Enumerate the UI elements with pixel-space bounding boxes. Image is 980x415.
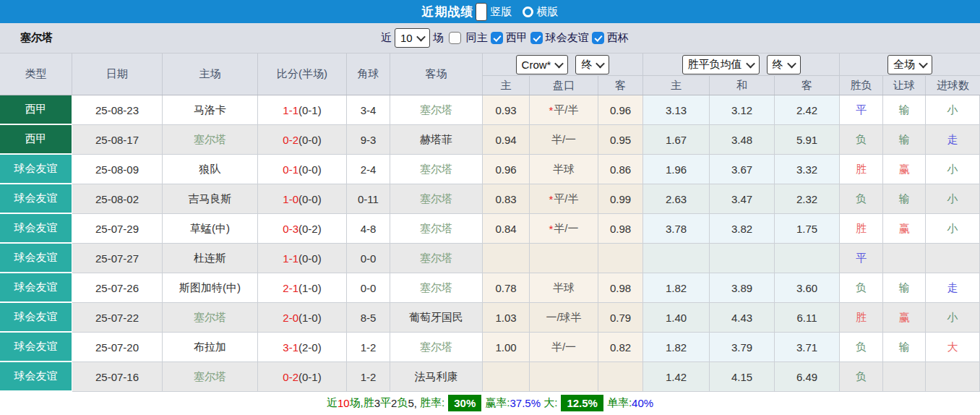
cell-corners: 0-0 <box>347 273 390 303</box>
cell-handicap-result: 赢 <box>883 155 926 184</box>
handicap-line-text: 一/球半 <box>546 311 581 325</box>
cell-away-team: 塞尔塔 <box>390 214 483 244</box>
cell-away-team: 赫塔菲 <box>390 125 483 155</box>
league-checkbox-copa[interactable] <box>592 32 604 44</box>
cell-competition: 球会友谊 <box>0 155 72 184</box>
bookmaker-select[interactable]: Crow* <box>516 55 569 74</box>
games-label: 场 <box>433 31 444 45</box>
cell-avg-away-odds: 3.60 <box>775 273 840 303</box>
cell-corners: 8-5 <box>347 303 390 333</box>
cell-corners: 0-11 <box>347 184 390 214</box>
cell-competition: 球会友谊 <box>0 333 72 362</box>
horizontal-layout-radio[interactable] <box>523 7 533 17</box>
footer-segment: 平 <box>380 396 391 410</box>
cell-handicap-result: 输 <box>883 273 926 303</box>
score-half: (0-1) <box>298 371 322 383</box>
table-body: 西甲25-08-23马洛卡1-1(0-1)3-4塞尔塔0.93*平/半0.963… <box>0 95 980 392</box>
handicap-line-text: 半球 <box>553 163 575 176</box>
cell-handicap-result: 输 <box>883 95 926 125</box>
cell-crow-home-odds: 0.96 <box>483 155 530 184</box>
stats-footer: 近10场,胜3平2负5, 胜率:30%赢率:37.5% 大:12.5%单率:40… <box>0 392 980 414</box>
score-half: (0-0) <box>298 252 322 265</box>
header-type: 类型 <box>0 54 72 95</box>
league-checkbox-laliga[interactable] <box>491 32 503 44</box>
cell-handicap-result <box>883 244 926 273</box>
cell-away-team: 法马利康 <box>390 362 483 392</box>
cell-avg-draw-odds: 4.43 <box>710 303 775 333</box>
cell-crow-home-odds <box>483 244 530 273</box>
cell-avg-away-odds: 2.32 <box>775 184 840 214</box>
cell-score: 0-1(0-0) <box>258 155 347 184</box>
same-home-checkbox[interactable] <box>449 32 461 44</box>
cell-home-team: 吉马良斯 <box>163 184 258 214</box>
cell-handicap-line: *平/半 <box>530 184 598 214</box>
star-marker: * <box>549 193 553 205</box>
cell-avg-home-odds: 3.13 <box>643 95 710 125</box>
cell-home-team: 狼队 <box>163 155 258 184</box>
cell-competition: 球会友谊 <box>0 303 72 333</box>
scope-select[interactable]: 全场 <box>887 55 932 74</box>
vertical-layout-radio[interactable] <box>476 3 487 21</box>
same-home-label: 同主 <box>466 31 488 45</box>
cell-date: 25-07-22 <box>72 303 163 333</box>
cell-avg-draw-odds: 4.15 <box>710 362 775 392</box>
cell-date: 25-07-16 <box>72 362 163 392</box>
cell-crow-home-odds: 1.00 <box>483 333 530 362</box>
cell-goals-result: 小 <box>926 303 980 333</box>
footer-segment: 40% <box>632 397 653 409</box>
cell-handicap-line: *平/半 <box>530 95 598 125</box>
cell-handicap-result: 赢 <box>883 214 926 244</box>
header-odds-section: Crow* 终 胜平负均值 终 <box>483 54 980 95</box>
subheader-crow-away: 客 <box>598 76 643 95</box>
footer-segment: 胜率: <box>417 396 444 410</box>
cell-competition: 球会友谊 <box>0 244 72 273</box>
table-row: 球会友谊25-07-16塞尔塔0-2(0-1)1-2法马利康1.424.156.… <box>0 362 980 392</box>
cell-date: 25-08-23 <box>72 95 163 125</box>
cell-score: 1-0(0-0) <box>258 184 347 214</box>
table-row: 球会友谊25-08-02吉马良斯1-0(0-0)0-11塞尔塔0.83*平/半0… <box>0 184 980 214</box>
cell-date: 25-08-17 <box>72 125 163 155</box>
cell-crow-away-odds: 0.79 <box>598 303 643 333</box>
handicap-line-text: 平/半 <box>554 103 578 117</box>
footer-segment: 37.5% <box>510 397 541 409</box>
cell-outcome-result: 胜 <box>840 303 883 333</box>
avg-stage-select[interactable]: 终 <box>767 55 801 74</box>
cell-competition: 球会友谊 <box>0 214 72 244</box>
match-count-value: 10 <box>400 32 413 44</box>
cell-crow-away-odds <box>598 244 643 273</box>
score-full: 0-2 <box>283 134 298 146</box>
cell-goals-result: 小 <box>926 155 980 184</box>
cell-home-team: 塞尔塔 <box>163 125 258 155</box>
odds-type-select[interactable]: 胜平负均值 <box>682 55 760 74</box>
cell-home-team: 塞尔塔 <box>163 303 258 333</box>
cell-corners: 2-4 <box>347 155 390 184</box>
cell-corners: 3-4 <box>347 95 390 125</box>
subheader-crow-home: 主 <box>483 76 530 95</box>
cell-corners: 9-3 <box>347 125 390 155</box>
cell-away-team: 塞尔塔 <box>390 155 483 184</box>
table-row: 球会友谊25-08-09狼队0-1(0-0)2-4塞尔塔0.96半球0.861.… <box>0 155 980 184</box>
score-half: (1-0) <box>298 282 322 294</box>
league-checkbox-friendly[interactable] <box>530 32 543 44</box>
cell-competition: 西甲 <box>0 125 72 155</box>
cell-home-team: 斯图加特(中) <box>163 273 258 303</box>
match-count-select[interactable]: 10 <box>395 28 430 48</box>
cell-avg-away-odds: 3.71 <box>775 333 840 362</box>
stats-footer-content: 近10场,胜3平2负5, 胜率:30%赢率:37.5% 大:12.5%单率:40… <box>327 395 653 411</box>
cell-avg-away-odds: 6.11 <box>775 303 840 333</box>
cell-competition: 西甲 <box>0 95 72 125</box>
cell-crow-away-odds <box>598 362 643 392</box>
handicap-line-text: 半球 <box>553 281 575 295</box>
header-sub-row: 主 盘口 客 主 和 客 胜负 让球 进球数 <box>483 75 980 95</box>
cell-score: 2-1(1-0) <box>258 273 347 303</box>
league-label-friendly: 球会友谊 <box>546 31 589 45</box>
cell-away-team: 塞尔塔 <box>390 95 483 125</box>
score-full: 0-1 <box>283 163 298 176</box>
cell-home-team: 塞尔塔 <box>163 362 258 392</box>
handicap-line-text: 半/一 <box>551 133 576 147</box>
league-label-copa: 西杯 <box>607 31 629 45</box>
crow-stage-select[interactable]: 终 <box>575 55 609 74</box>
cell-handicap-line: 半/一 <box>530 333 598 362</box>
cell-competition: 球会友谊 <box>0 273 72 303</box>
cell-avg-draw-odds: 3.48 <box>710 125 775 155</box>
